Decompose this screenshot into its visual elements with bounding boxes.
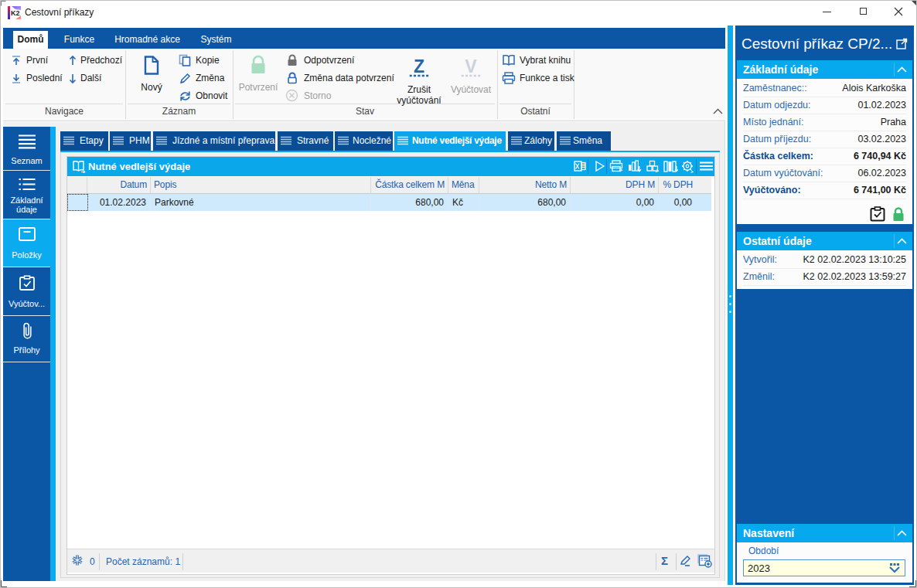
svg-text:K2: K2 [11,9,20,17]
